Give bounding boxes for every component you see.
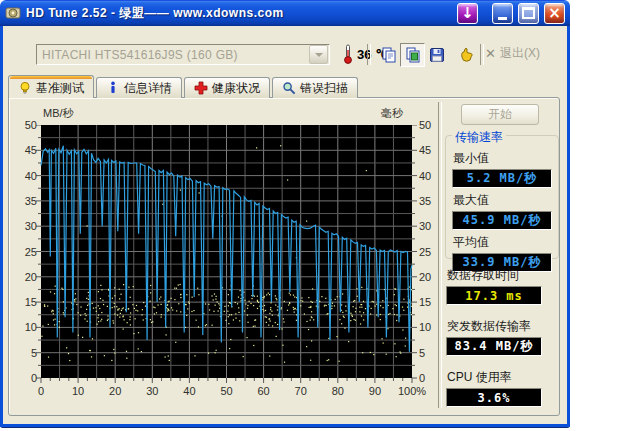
y-tick-label-right: 0 — [419, 372, 449, 384]
access-time-value: 17.3 ms — [446, 286, 542, 305]
tab-label: 信息详情 — [124, 80, 172, 97]
tab-label: 错误扫描 — [300, 80, 348, 97]
left-axis-title: MB/秒 — [43, 106, 74, 121]
y-tick-label-right: 15 — [419, 296, 449, 308]
burst-rate-value: 83.4 MB/秒 — [446, 337, 542, 356]
x-tick-label: 100% — [392, 385, 432, 397]
thermometer-icon — [343, 44, 353, 64]
x-tick-label: 0 — [21, 385, 61, 397]
y-tick-label-left: 50 — [11, 119, 37, 131]
y-tick-label-left: 25 — [11, 246, 37, 258]
tab-label: 健康状况 — [212, 80, 260, 97]
access-time-label: 数据存取时间 — [447, 267, 550, 284]
exit-label: 退出(X) — [500, 45, 540, 62]
options-hand-icon — [458, 47, 474, 63]
right-axis-title: 毫秒 — [381, 106, 403, 121]
tab-bar: 基准测试 信息详情 健康状况 — [8, 75, 360, 98]
maximize-icon — [522, 7, 535, 19]
x-tick-label: 10 — [58, 385, 98, 397]
close-icon: × — [548, 6, 561, 21]
y-tick-label-left: 40 — [11, 170, 37, 182]
toolbar-separator — [480, 44, 484, 65]
transfer-rate-group: 传输速率 最小值 5.2 MB/秒 最大值 45.9 MB/秒 平均值 33.9… — [445, 135, 559, 259]
min-label: 最小值 — [453, 150, 552, 167]
max-value: 45.9 MB/秒 — [452, 211, 552, 230]
cpu-usage-label: CPU 使用率 — [447, 369, 550, 386]
x-tick-label: 70 — [281, 385, 321, 397]
tab-benchmark[interactable]: 基准测试 — [8, 75, 94, 98]
download-arrow-icon: ↓ — [461, 6, 474, 21]
window-title: HD Tune 2.52 - 绿盟—— www.xdowns.com — [26, 5, 452, 22]
y-tick-label-right: 45 — [419, 144, 449, 156]
minimize-icon — [498, 17, 507, 20]
close-button[interactable]: × — [544, 3, 565, 24]
benchmark-lightbulb-icon — [18, 81, 32, 95]
extra-stats: 数据存取时间 17.3 ms 突发数据传输率 83.4 MB/秒 CPU 使用率… — [446, 267, 550, 420]
desktop: HD Tune 2.52 - 绿盟—— www.xdowns.com ↓ × H… — [0, 0, 640, 431]
magnifier-icon — [282, 81, 296, 95]
drive-select-value: HITACHI HTS541616J9S (160 GB) — [37, 48, 308, 62]
group-title: 传输速率 — [452, 129, 506, 146]
toolbar-separator — [367, 44, 371, 65]
x-tick-label: 50 — [207, 385, 247, 397]
chevron-down-icon[interactable] — [309, 45, 328, 64]
save-icon — [429, 47, 445, 63]
tab-error-scan[interactable]: 错误扫描 — [272, 77, 358, 98]
copy-screenshot-button[interactable] — [400, 43, 425, 67]
y-tick-label-left: 30 — [11, 220, 37, 232]
start-button[interactable]: 开始 — [461, 104, 539, 125]
y-tick-label-right: 40 — [419, 170, 449, 182]
y-tick-label-left: 20 — [11, 271, 37, 283]
tab-info[interactable]: 信息详情 — [96, 77, 182, 98]
exit-x-icon: ✕ — [485, 47, 496, 60]
copy-icon — [381, 47, 397, 63]
y-tick-label-right: 50 — [419, 119, 449, 131]
app-icon — [5, 5, 21, 21]
tab-label: 基准测试 — [36, 80, 84, 97]
titlebar: HD Tune 2.52 - 绿盟—— www.xdowns.com ↓ × — [0, 0, 570, 26]
y-tick-label-left: 35 — [11, 195, 37, 207]
benchmark-page: MB/秒 毫秒 开始 传输速率 最小值 5.2 MB/秒 最大值 45.9 MB… — [8, 97, 560, 416]
maximize-button[interactable] — [518, 3, 539, 24]
x-tick-label: 40 — [169, 385, 209, 397]
y-tick-label-left: 15 — [11, 296, 37, 308]
x-tick-label: 80 — [318, 385, 358, 397]
info-icon — [106, 81, 120, 95]
tab-health[interactable]: 健康状况 — [184, 77, 270, 98]
y-tick-label-right: 5 — [419, 347, 449, 359]
exit-button[interactable]: ✕ 退出(X) — [485, 45, 540, 62]
y-tick-label-right: 20 — [419, 271, 449, 283]
save-button[interactable] — [424, 43, 449, 67]
client-area: HITACHI HTS541616J9S (160 GB) 36 ℃ — [0, 26, 570, 427]
y-tick-label-right: 25 — [419, 246, 449, 258]
drive-select[interactable]: HITACHI HTS541616J9S (160 GB) — [36, 44, 330, 65]
options-button[interactable] — [453, 43, 478, 67]
x-tick-label: 60 — [244, 385, 284, 397]
y-tick-label-left: 45 — [11, 144, 37, 156]
y-tick-label-left: 0 — [11, 372, 37, 384]
burst-rate-label: 突发数据传输率 — [447, 318, 550, 335]
benchmark-chart — [35, 125, 418, 387]
x-tick-label: 90 — [355, 385, 395, 397]
health-cross-icon — [194, 81, 208, 95]
y-tick-label-right: 30 — [419, 220, 449, 232]
hd-tune-window: HD Tune 2.52 - 绿盟—— www.xdowns.com ↓ × H… — [0, 0, 570, 427]
min-value: 5.2 MB/秒 — [452, 169, 552, 188]
x-tick-label: 20 — [95, 385, 135, 397]
download-button[interactable]: ↓ — [457, 3, 478, 24]
avg-label: 平均值 — [453, 234, 552, 251]
copy-screenshot-icon — [405, 47, 421, 63]
x-tick-label: 30 — [132, 385, 172, 397]
y-tick-label-left: 5 — [11, 347, 37, 359]
y-tick-label-left: 10 — [11, 321, 37, 333]
cpu-usage-value: 3.6% — [446, 388, 542, 407]
y-tick-label-right: 35 — [419, 195, 449, 207]
start-button-label: 开始 — [488, 106, 512, 123]
copy-button[interactable] — [376, 43, 401, 67]
minimize-button[interactable] — [492, 3, 513, 24]
max-label: 最大值 — [453, 192, 552, 209]
y-tick-label-right: 10 — [419, 321, 449, 333]
